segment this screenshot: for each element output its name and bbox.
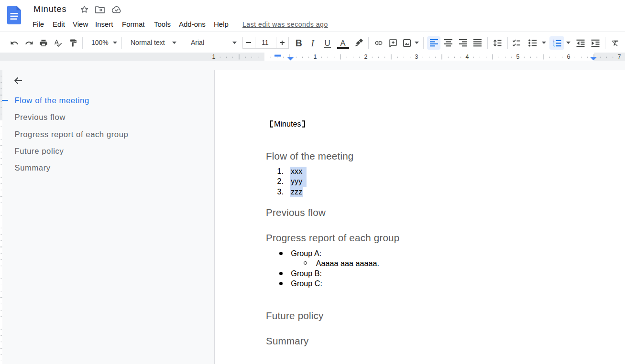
svg-text:5: 5	[516, 54, 520, 60]
svg-text:3: 3	[415, 54, 418, 60]
svg-text:6: 6	[567, 54, 570, 60]
svg-text:1: 1	[314, 54, 317, 60]
svg-text:2: 2	[364, 54, 368, 60]
svg-text:3: 3	[553, 44, 555, 47]
svg-text:1: 1	[212, 54, 216, 60]
svg-text:4: 4	[466, 54, 469, 60]
svg-text:7: 7	[618, 54, 621, 60]
